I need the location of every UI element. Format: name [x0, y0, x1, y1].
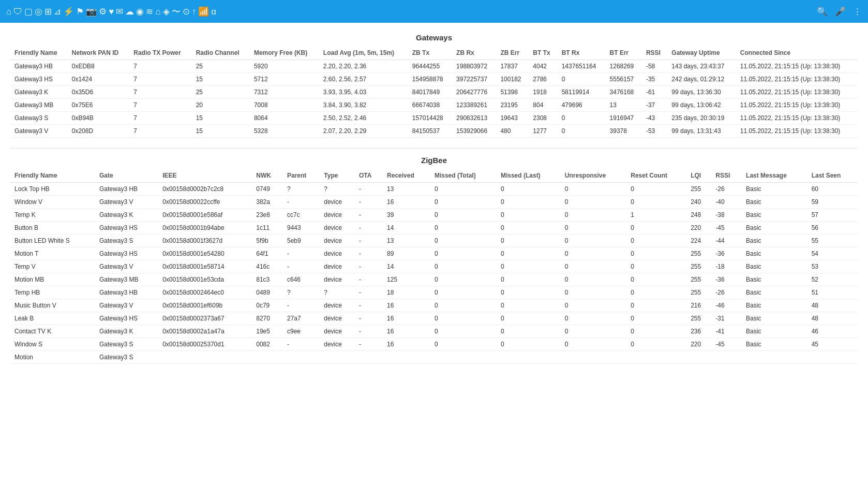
table-cell: Button B [10, 222, 95, 235]
table-row: Music Button VGateway3 V0x00158d0001ef60… [10, 299, 858, 312]
table-cell: 0 [561, 235, 626, 247]
flag-icon[interactable]: ⚑ [76, 7, 84, 17]
circle-icon[interactable]: ◎ [35, 7, 42, 17]
table-cell: -18 [711, 260, 742, 273]
table-cell: 143 days, 23:43:37 [667, 60, 736, 73]
table-cell: Gateway3 V [10, 125, 68, 138]
table-row: Leak BGateway3 HS0x00158d0002373a6782702… [10, 312, 858, 325]
table-cell: 99 days, 13:36:30 [667, 86, 736, 99]
table-cell: Motion [10, 351, 95, 364]
table-cell: -36 [711, 247, 742, 260]
table-cell: Motion T [10, 247, 95, 260]
table-cell: device [320, 209, 355, 222]
wave-icon[interactable]: 〜 [172, 7, 181, 17]
wifi-icon[interactable]: ≋ [146, 7, 153, 17]
table-cell: 7 [129, 125, 191, 138]
table-cell: - [355, 312, 383, 325]
mail-icon[interactable]: ✉ [116, 7, 123, 17]
table-cell: c646 [283, 273, 320, 286]
cloud-icon[interactable]: ☁ [125, 7, 134, 17]
table-cell: 7008 [250, 99, 319, 112]
table-cell: 0 [430, 338, 497, 351]
table-cell: Gateway3 HB [95, 183, 158, 196]
table-cell: 51398 [496, 86, 529, 99]
table-cell: 0x00158d00022ccffe [158, 196, 252, 209]
home-icon[interactable]: ⌂ [6, 7, 11, 17]
table-cell [383, 351, 430, 364]
table-cell: 55 [807, 235, 858, 247]
table-cell: device [320, 338, 355, 351]
shield-icon[interactable]: 🛡 [13, 7, 22, 17]
table-cell: 7 [129, 60, 191, 73]
table-cell: 0 [561, 247, 626, 260]
gateways-col-gateway-uptime: Gateway Uptime [667, 46, 736, 60]
table-cell: 59 [807, 196, 858, 209]
square-icon[interactable]: ▢ [24, 7, 33, 17]
table-cell: 0x00158d0002464ec0 [158, 286, 252, 299]
gateways-col-connected-since: Connected Since [736, 46, 858, 60]
table-cell: Gateway3 HS [95, 222, 158, 235]
table-cell: -53 [642, 125, 667, 138]
table-cell: Gateway3 K [95, 325, 158, 338]
table-cell: 0489 [252, 286, 283, 299]
alpha-icon[interactable]: α [211, 7, 216, 17]
heart-icon[interactable]: ♥ [109, 7, 114, 17]
table-cell: 154958878 [408, 73, 452, 86]
table-cell: -38 [711, 209, 742, 222]
bolt-icon[interactable]: ⚡ [63, 7, 74, 17]
table-cell: 53 [807, 260, 858, 273]
table-cell: 0749 [252, 183, 283, 196]
table-cell: 2.60, 2.56, 2.57 [319, 73, 408, 86]
table-cell: Basic [742, 247, 807, 260]
camera-icon[interactable]: 📷 [86, 7, 97, 17]
table-cell: 0 [561, 222, 626, 235]
table-cell [430, 351, 497, 364]
table-cell: 0x00158d0001ef609b [158, 299, 252, 312]
drop-icon[interactable]: ◈ [163, 7, 170, 17]
table-cell: 0 [497, 325, 561, 338]
table-cell: 0x00158d0001b94abe [158, 222, 252, 235]
table-cell: ? [320, 286, 355, 299]
table-cell: 2.07, 2.20, 2.29 [319, 125, 408, 138]
table-cell: 0 [430, 299, 497, 312]
table-cell: -44 [711, 235, 742, 247]
table-cell: 45 [807, 338, 858, 351]
search-icon[interactable]: 🔍 [817, 6, 828, 17]
table-cell: 25 [192, 60, 250, 73]
table-cell: 125 [383, 273, 430, 286]
table-cell: 0 [561, 325, 626, 338]
table-cell: Basic [742, 325, 807, 338]
table-cell: 0x00158d0001e54280 [158, 247, 252, 260]
table-cell: 0082 [252, 338, 283, 351]
signal-icon[interactable]: 📶 [198, 7, 209, 17]
table-cell: 1277 [529, 125, 557, 138]
table-cell: device [320, 196, 355, 209]
grid-icon[interactable]: ⊞ [44, 7, 52, 17]
table-cell: Gateway3 V [95, 260, 158, 273]
table-cell: 0 [430, 209, 497, 222]
filter-icon[interactable]: ⊿ [54, 7, 61, 17]
table-cell [320, 351, 355, 364]
table-cell: - [355, 325, 383, 338]
zigbee-table: Friendly NameGateIEEENWKParentTypeOTARec… [10, 169, 858, 364]
table-cell: 0 [626, 338, 686, 351]
table-cell: Basic [742, 312, 807, 325]
more-icon[interactable]: ⋮ [853, 6, 862, 17]
mic-icon[interactable]: 🎤 [835, 6, 846, 17]
record-icon[interactable]: ⊙ [183, 7, 190, 17]
table-cell: 0 [497, 222, 561, 235]
table-cell: Temp V [10, 260, 95, 273]
zigbee-col-last-message: Last Message [742, 169, 807, 183]
table-row: Temp VGateway3 V0x00158d0001e58714416c-d… [10, 260, 858, 273]
table-cell: 248 [686, 209, 711, 222]
antenna-icon[interactable]: ↑ [192, 7, 197, 17]
gateways-col-memory-free--kb-: Memory Free (KB) [250, 46, 319, 60]
table-cell: Gateway3 MB [95, 273, 158, 286]
zigbee-col-ieee: IEEE [158, 169, 252, 183]
gear-icon[interactable]: ⚙ [99, 7, 107, 17]
table-cell: 18 [383, 286, 430, 299]
home2-icon[interactable]: ⌂ [155, 7, 160, 17]
gateways-col-friendly-name: Friendly Name [10, 46, 68, 60]
globe-icon[interactable]: ◉ [136, 7, 144, 17]
table-cell: 255 [686, 312, 711, 325]
